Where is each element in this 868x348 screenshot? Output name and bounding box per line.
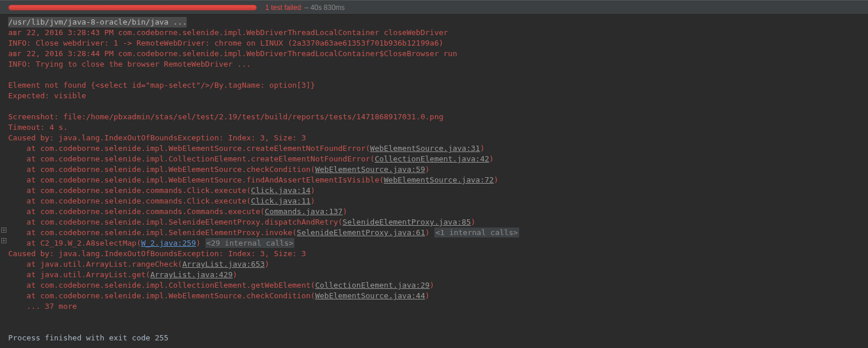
internal-calls-badge[interactable]: <29 internal calls>	[205, 238, 295, 248]
stack-line: at com.codeborne.selenide.impl.WebElemen…	[0, 143, 868, 154]
expand-icon[interactable]: +	[0, 238, 8, 243]
stack-line: at com.codeborne.selenide.impl.Collectio…	[0, 280, 868, 291]
screenshot-line: Screenshot: file:/home/pbxadmin/stas/sel…	[0, 112, 868, 122]
stack-line: at com.codeborne.selenide.commands.Comma…	[0, 206, 868, 217]
source-link[interactable]: ArrayList.java:429	[150, 270, 233, 279]
source-link[interactable]: Commands.java:137	[265, 207, 342, 216]
internal-calls-badge[interactable]: <1 internal calls>	[434, 228, 519, 237]
stack-line: at com.codeborne.selenide.commands.Click…	[0, 185, 868, 196]
more-line: ... 37 more	[0, 301, 868, 312]
test-progress-bar	[8, 5, 257, 11]
stack-line: at com.codeborne.selenide.impl.WebElemen…	[0, 175, 868, 185]
blank-line	[0, 322, 868, 333]
console-output[interactable]: /usr/lib/jvm/java-8-oracle/bin/java ... …	[0, 15, 868, 348]
stack-line-internal: + at com.codeborne.selenide.impl.Selenid…	[0, 228, 868, 238]
timeout-line: Timeout: 4 s.	[0, 122, 868, 133]
expand-icon[interactable]: +	[0, 228, 8, 233]
stack-line: at java.util.ArrayList.rangeCheck(ArrayL…	[0, 259, 868, 270]
stack-line-user: + at C2_19.W_2.A8selectMap(W_2.java:259)…	[0, 238, 868, 249]
caused-by-line: Caused by: java.lang.IndexOutOfBoundsExc…	[0, 133, 868, 143]
stack-line: at com.codeborne.selenide.impl.WebElemen…	[0, 164, 868, 175]
stack-line: at java.util.ArrayList.get(ArrayList.jav…	[0, 270, 868, 280]
log-line: INFO: Close webdriver: 1 -> RemoteWebDri…	[0, 38, 868, 49]
source-link[interactable]: CollectionElement.java:29	[315, 281, 430, 290]
source-link[interactable]: SelenideElementProxy.java:85	[342, 218, 471, 226]
source-link[interactable]: SelenideElementProxy.java:61	[297, 228, 425, 237]
stack-line: at com.codeborne.selenide.impl.SelenideE…	[0, 217, 868, 228]
source-link[interactable]: Click.java:14	[251, 186, 311, 195]
test-time: – 40s 830ms	[304, 4, 345, 12]
log-line: авг 22, 2016 3:28:43 PM com.codeborne.se…	[0, 27, 868, 38]
source-link[interactable]: WebElementSource.java:44	[315, 291, 425, 300]
caused-by-line: Caused by: java.lang.IndexOutOfBoundsExc…	[0, 249, 868, 259]
blank-line	[0, 70, 868, 80]
source-link[interactable]: WebElementSource.java:31	[370, 144, 480, 153]
progress-fill	[9, 5, 256, 10]
blank-line	[0, 101, 868, 112]
source-link[interactable]: CollectionElement.java:42	[375, 154, 489, 163]
source-link[interactable]: W_2.java:259	[141, 239, 196, 247]
log-line: INFO: Trying to close the browser Remote…	[0, 59, 868, 70]
error-line: Expected: visible	[0, 91, 868, 101]
source-link[interactable]: WebElementSource.java:59	[315, 165, 425, 174]
command-line: /usr/lib/jvm/java-8-oracle/bin/java ...	[0, 17, 868, 27]
test-header: 1 test failed – 40s 830ms	[0, 0, 868, 15]
log-line: авг 22, 2016 3:28:44 PM com.codeborne.se…	[0, 49, 868, 59]
source-link[interactable]: WebElementSource.java:72	[384, 175, 494, 184]
source-link[interactable]: Click.java:11	[251, 197, 311, 205]
test-status: 1 test failed	[265, 4, 301, 12]
stack-line: at com.codeborne.selenide.impl.WebElemen…	[0, 291, 868, 301]
exit-line: Process finished with exit code 255	[0, 333, 868, 343]
source-link[interactable]: ArrayList.java:653	[182, 260, 265, 268]
stack-line: at com.codeborne.selenide.commands.Click…	[0, 196, 868, 206]
error-line: Element not found {<select id="map-selec…	[0, 80, 868, 91]
java-command: /usr/lib/jvm/java-8-oracle/bin/java ...	[8, 17, 187, 27]
stack-line: at com.codeborne.selenide.impl.Collectio…	[0, 154, 868, 164]
blank-line	[0, 312, 868, 322]
